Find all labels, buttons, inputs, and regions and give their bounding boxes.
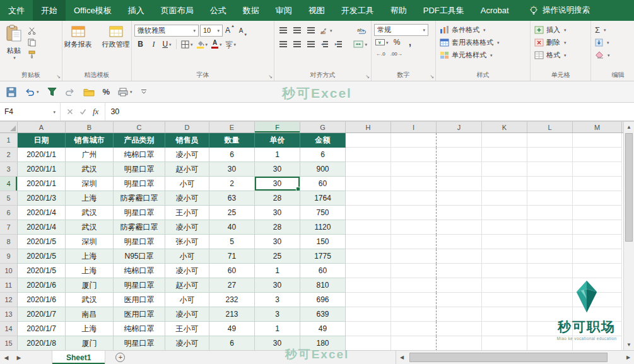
row-header-3[interactable]: 3 [0,162,18,177]
cell-H6[interactable] [346,206,391,220]
cell-C6[interactable]: 明星口罩 [114,206,165,220]
cell-B8[interactable]: 深圳 [66,235,114,249]
tell-me-search[interactable]: 操作说明搜索 [529,0,590,21]
scroll-up-arrow[interactable]: ▲ [624,122,634,132]
menu-tab-页面布局[interactable]: 页面布局 [153,0,202,21]
alignment-dialog-launcher-icon[interactable]: ↘ [365,74,370,79]
increase-font-button[interactable]: A▲ [224,24,236,37]
cell-K5[interactable] [482,191,527,206]
cell-E8[interactable]: 5 [209,235,255,249]
row-header-14[interactable]: 14 [0,322,18,336]
cell-B6[interactable]: 武汉 [66,206,114,220]
cell-I1[interactable] [391,133,437,148]
cell-H11[interactable] [346,278,391,293]
cell-C15[interactable]: 明星口罩 [114,336,165,350]
cell-F11[interactable]: 30 [255,278,300,293]
save-button[interactable] [6,87,16,97]
align-middle-button[interactable] [291,24,303,37]
cell-K8[interactable] [482,235,527,249]
finance-report-button[interactable]: 财务报表 [61,23,95,71]
row-header-9[interactable]: 9 [0,249,18,264]
cell-C11[interactable]: 明星口罩 [114,278,165,293]
cell-I9[interactable] [391,249,437,264]
menu-tab-PDF工具集[interactable]: PDF工具集 [415,0,473,21]
cell-K6[interactable] [482,206,527,220]
menu-tab-Office模板[interactable]: Office模板 [66,0,120,21]
cell-L10[interactable] [527,264,573,278]
number-format-select[interactable]: 常规▾ [374,24,428,36]
cell-D11[interactable]: 赵小可 [165,278,209,293]
menu-tab-帮助[interactable]: 帮助 [382,0,415,21]
cell-E15[interactable]: 6 [209,336,255,350]
cell-H12[interactable] [346,293,391,307]
cell-I2[interactable] [391,148,437,162]
cell-K3[interactable] [482,162,527,177]
cell-B1[interactable]: 销售城市 [66,133,114,148]
cell-E7[interactable]: 40 [209,220,255,235]
cell-F12[interactable]: 3 [255,293,300,307]
bold-button[interactable]: B [134,38,146,50]
align-top-button[interactable] [277,24,289,37]
cancel-icon[interactable] [67,109,73,115]
cell-C13[interactable]: 医用口罩 [114,307,165,322]
cell-B5[interactable]: 上海 [66,191,114,206]
row-header-4[interactable]: 4 [0,177,18,191]
cell-C10[interactable]: 纯棉口罩 [114,264,165,278]
redo-button[interactable] [65,87,75,97]
cell-E13[interactable]: 213 [209,307,255,322]
menu-tab-公式[interactable]: 公式 [202,0,235,21]
cell-K15[interactable] [482,336,527,350]
cell-E3[interactable]: 30 [209,162,255,177]
cell-M1[interactable] [573,133,622,148]
cell-I14[interactable] [391,322,437,336]
column-header-K[interactable]: K [482,122,527,132]
cell-J3[interactable] [437,162,482,177]
cell-J13[interactable] [437,307,482,322]
increase-decimal-button[interactable]: ←.0 [374,49,387,58]
admin-management-button[interactable]: 行政管理 [99,23,133,71]
cell-G11[interactable]: 810 [300,278,346,293]
conditional-formatting-button[interactable]: 条件格式 ▾ [438,23,527,36]
cell-A1[interactable]: 日期 [18,133,66,148]
cell-D3[interactable]: 赵小可 [165,162,209,177]
cell-D12[interactable]: 小可 [165,293,209,307]
cell-F15[interactable]: 30 [255,336,300,350]
cell-B7[interactable]: 武汉 [66,220,114,235]
cell-G5[interactable]: 1764 [300,191,346,206]
align-left-button[interactable] [277,38,289,50]
cell-G6[interactable]: 750 [300,206,346,220]
cell-K11[interactable] [482,278,527,293]
cell-D5[interactable]: 凌小可 [165,191,209,206]
cell-J1[interactable] [437,133,482,148]
cell-L15[interactable] [527,336,573,350]
cell-M4[interactable] [573,177,622,191]
cell-H5[interactable] [346,191,391,206]
cell-M13[interactable] [573,307,622,322]
cell-M12[interactable] [573,293,622,307]
cell-L4[interactable] [527,177,573,191]
cell-C7[interactable]: 防雾霾口罩 [114,220,165,235]
menu-tab-文件[interactable]: 文件 [0,0,33,21]
font-color-button[interactable]: A ▾ [210,38,223,50]
cell-B12[interactable]: 武汉 [66,293,114,307]
row-header-1[interactable]: 1 [0,133,18,148]
orientation-button[interactable]: ab ▾ [319,24,334,37]
column-header-I[interactable]: I [391,122,437,132]
cell-K4[interactable] [482,177,527,191]
cell-K14[interactable] [482,322,527,336]
cell-H15[interactable] [346,336,391,350]
cell-D6[interactable]: 王小可 [165,206,209,220]
cell-E4[interactable]: 2 [209,177,255,191]
cell-K13[interactable] [482,307,527,322]
select-all-corner[interactable] [0,122,18,132]
row-header-2[interactable]: 2 [0,148,18,162]
column-header-L[interactable]: L [527,122,573,132]
cell-I5[interactable] [391,191,437,206]
cell-G7[interactable]: 1120 [300,220,346,235]
cell-H10[interactable] [346,264,391,278]
cell-J8[interactable] [437,235,482,249]
column-header-B[interactable]: B [66,122,114,132]
cell-L13[interactable] [527,307,573,322]
cell-B15[interactable]: 厦门 [66,336,114,350]
cell-D10[interactable]: 凌小可 [165,264,209,278]
